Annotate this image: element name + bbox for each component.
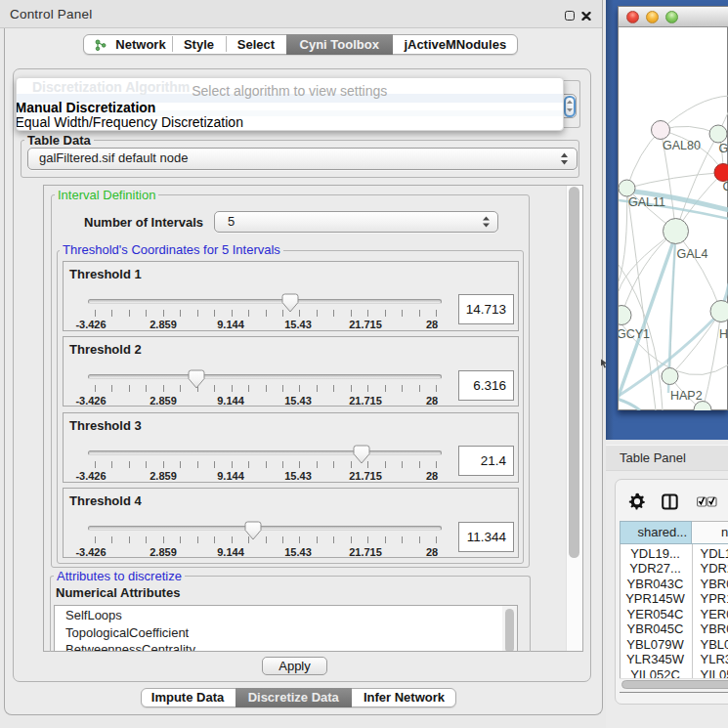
svg-text:GCY1: GCY1 [619,326,650,340]
svg-text:GAL4: GAL4 [676,246,707,260]
svg-text:HIS4: HIS4 [719,326,728,340]
svg-text:GAL3: GAL3 [718,142,728,155]
svg-text:GAL80: GAL80 [663,139,701,152]
svg-text:HAP2: HAP2 [670,388,703,402]
svg-text:GAL11: GAL11 [628,195,665,209]
svg-text:CDC: CDC [722,180,728,193]
